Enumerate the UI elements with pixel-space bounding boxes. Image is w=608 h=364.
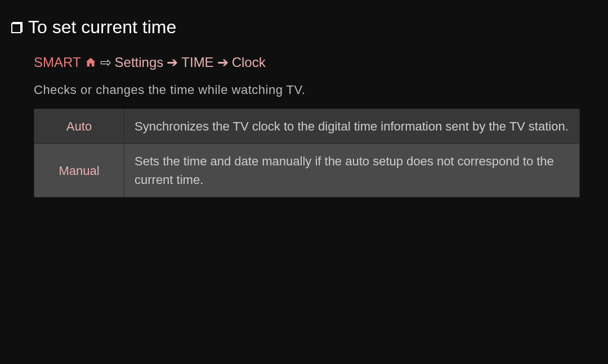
arrow-right-icon: ➔ <box>167 55 178 70</box>
arrow-right-icon: ➔ <box>217 55 229 70</box>
breadcrumb-smart: SMART <box>34 55 81 70</box>
row-description: Sets the time and date manually if the a… <box>124 144 580 197</box>
row-description: Synchronizes the TV clock to the digital… <box>124 109 580 144</box>
breadcrumb-settings: Settings <box>115 55 164 70</box>
row-label: Auto <box>34 109 124 144</box>
options-table: Auto Synchronizes the TV clock to the di… <box>34 109 580 197</box>
breadcrumb: SMART ⇨ Settings ➔ TIME ➔ Clock <box>34 55 597 70</box>
table-row: Manual Sets the time and date manually i… <box>34 144 580 197</box>
title-row: To set current time <box>11 17 597 38</box>
breadcrumb-clock: Clock <box>232 55 266 70</box>
table-row: Auto Synchronizes the TV clock to the di… <box>34 109 580 144</box>
page-title: To set current time <box>28 17 176 38</box>
row-label: Manual <box>34 144 124 197</box>
breadcrumb-time: TIME <box>181 55 213 70</box>
home-icon <box>84 56 97 69</box>
arrow-double-icon: ⇨ <box>100 55 111 70</box>
description-text: Checks or changes the time while watchin… <box>34 83 597 97</box>
bullet-icon <box>11 23 21 33</box>
